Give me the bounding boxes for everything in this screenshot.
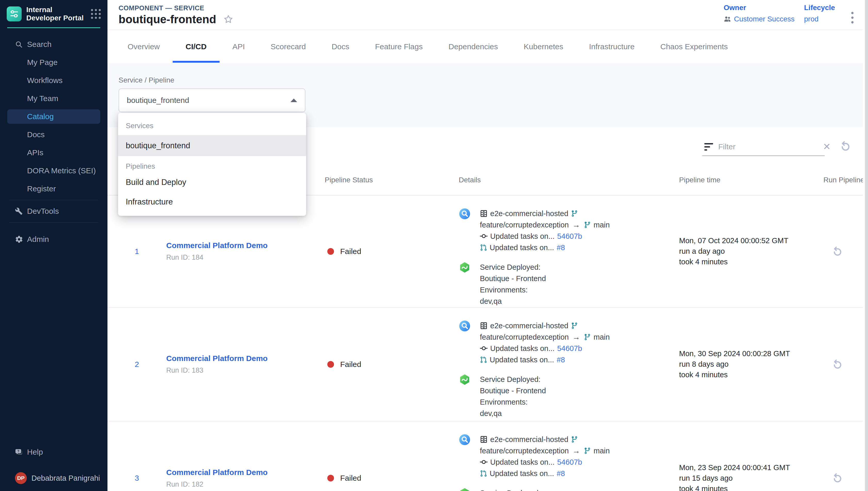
run-duration: took 4 minutes (679, 257, 809, 267)
tab-api[interactable]: API (220, 30, 258, 63)
rerun-pipeline-icon[interactable] (831, 246, 868, 257)
pr-link[interactable]: #8 (557, 243, 565, 252)
run-id: Run ID: 182 (166, 481, 325, 488)
sidebar-item-dora-metrics[interactable]: DORA Metrics (SEI) (0, 162, 107, 180)
run-relative-time: run 15 days ago (679, 473, 809, 484)
deploy-line: Environments: (480, 396, 546, 408)
sidebar-item-docs[interactable]: Docs (0, 125, 107, 144)
apps-grid-icon[interactable] (91, 9, 101, 19)
source-branch: feature/corruptedexception (480, 446, 569, 455)
commit-link[interactable]: 54607b (557, 458, 582, 466)
filter-input[interactable] (718, 142, 818, 151)
search-icon (15, 40, 23, 48)
dropdown-option-infrastructure[interactable]: Infrastructure (118, 192, 306, 212)
sidebar-item-admin[interactable]: Admin (0, 230, 107, 248)
run-number-link[interactable]: 2 (107, 360, 166, 369)
pipeline-time-cell: Mon, 07 Oct 2024 00:00:52 GMT run a day … (670, 235, 809, 267)
repo-name: e2e-commercial-hosted (490, 322, 568, 330)
filter-icon (704, 143, 713, 151)
pipeline-name-link[interactable]: Commercial Platform Demo (166, 354, 325, 363)
table-row: 2 Commercial Platform Demo Run ID: 183 F… (107, 308, 868, 422)
chevron-up-icon (290, 98, 297, 102)
tab-kubernetes[interactable]: Kubernetes (511, 30, 576, 63)
deploy-environments: dev,qa (480, 295, 546, 307)
run-id: Run ID: 183 (166, 367, 325, 374)
more-options-icon[interactable] (850, 10, 855, 25)
cd-stage-icon (459, 487, 471, 491)
app-logo-row: Internal Developer Portal (0, 0, 107, 27)
tab-overview[interactable]: Overview (115, 30, 173, 63)
ci-stage-icon (459, 208, 471, 220)
git-branch-icon (584, 447, 591, 454)
sidebar-item-catalog[interactable]: Catalog (7, 109, 100, 124)
commit-message: Updated tasks on... (490, 458, 555, 466)
user-menu[interactable]: DP Debabrata Panigrahi (0, 469, 107, 487)
sidebar-item-search[interactable]: Search (0, 35, 107, 53)
scrollbar-thumb[interactable] (865, 0, 868, 491)
commit-link[interactable]: 54607b (557, 344, 582, 353)
run-number-link[interactable]: 1 (107, 247, 166, 256)
status-cell: Failed (325, 474, 459, 483)
dropdown-option-boutique-frontend[interactable]: boutique_frontend (118, 135, 306, 156)
ci-stage-icon (459, 434, 471, 445)
sidebar-item-label: Register (27, 184, 56, 193)
sidebar-divider (9, 222, 98, 223)
run-timestamp: Mon, 30 Sep 2024 00:00:28 GMT (679, 348, 809, 359)
status-label: Failed (340, 360, 361, 369)
tab-chaos-experiments[interactable]: Chaos Experiments (647, 30, 741, 63)
refresh-icon[interactable] (839, 140, 851, 152)
sidebar-item-label: Admin (27, 235, 49, 244)
sidebar-item-label: Workflows (27, 76, 63, 85)
commit-link[interactable]: 54607b (557, 232, 582, 240)
page-scrollbar[interactable] (863, 0, 868, 491)
select-dropdown: Services boutique_frontend Pipelines Bui… (118, 113, 306, 216)
tab-cicd[interactable]: CI/CD (173, 30, 220, 63)
sidebar-item-register[interactable]: Register (0, 180, 107, 198)
tab-docs[interactable]: Docs (319, 30, 362, 63)
pipeline-name-link[interactable]: Commercial Platform Demo (166, 468, 325, 477)
col-details: Details (459, 176, 670, 184)
pr-link[interactable]: #8 (557, 469, 565, 478)
pipeline-name-link[interactable]: Commercial Platform Demo (166, 241, 325, 250)
filter-field[interactable]: ✕ (702, 138, 825, 156)
sidebar-item-help[interactable]: Help (0, 443, 107, 461)
repo-icon (480, 322, 488, 329)
run-number-link[interactable]: 3 (107, 474, 166, 483)
tab-scorecard[interactable]: Scorecard (258, 30, 319, 63)
tab-feature-flags[interactable]: Feature Flags (362, 30, 436, 63)
sidebar-item-my-page[interactable]: My Page (0, 53, 107, 71)
target-branch: main (593, 446, 610, 455)
service-pipeline-select[interactable]: boutique_frontend (119, 88, 305, 112)
cd-stage-icon (459, 261, 471, 273)
sidebar-item-label: My Page (27, 58, 58, 67)
user-name: Debabrata Panigrahi (31, 474, 100, 483)
app-logo[interactable] (7, 6, 22, 21)
pipeline-time-cell: Mon, 30 Sep 2024 00:00:28 GMT run 8 days… (670, 348, 809, 380)
sidebar: Internal Developer Portal Search My Page… (0, 0, 107, 491)
rerun-pipeline-icon[interactable] (831, 472, 868, 484)
sidebar-item-devtools[interactable]: DevTools (0, 202, 107, 220)
tab-infrastructure[interactable]: Infrastructure (576, 30, 648, 63)
run-timestamp: Mon, 07 Oct 2024 00:00:52 GMT (679, 235, 809, 246)
tab-dependencies[interactable]: Dependencies (436, 30, 511, 63)
run-relative-time: run a day ago (679, 246, 809, 257)
favorite-star-icon[interactable] (223, 14, 234, 25)
git-branch-icon (571, 210, 578, 217)
failed-status-dot (327, 248, 334, 255)
sidebar-item-apis[interactable]: APIs (0, 144, 107, 162)
sidebar-item-workflows[interactable]: Workflows (0, 71, 107, 89)
app-title: Internal Developer Portal (26, 6, 86, 22)
run-duration: took 4 minutes (679, 370, 809, 380)
sidebar-item-label: Search (27, 40, 52, 49)
repo-name: e2e-commercial-hosted (490, 209, 568, 218)
sidebar-item-label: DORA Metrics (SEI) (27, 166, 96, 175)
rerun-pipeline-icon[interactable] (831, 358, 868, 370)
sidebar-item-my-team[interactable]: My Team (0, 89, 107, 108)
pr-link[interactable]: #8 (557, 356, 565, 364)
owner-link[interactable]: Customer Success (734, 15, 795, 23)
clear-filter-icon[interactable]: ✕ (823, 142, 831, 151)
dropdown-option-build-and-deploy[interactable]: Build and Deploy (118, 173, 306, 192)
pr-message: Updated tasks on... (490, 356, 554, 364)
failed-status-dot (327, 361, 334, 368)
repo-icon (480, 210, 488, 218)
